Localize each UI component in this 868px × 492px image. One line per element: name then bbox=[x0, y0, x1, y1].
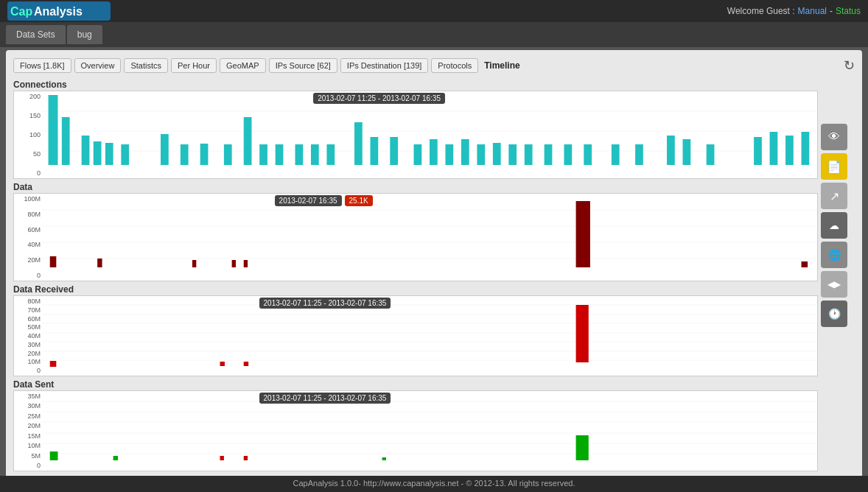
header-sep: - bbox=[830, 6, 833, 16]
data-received-title: Data Received bbox=[13, 284, 818, 295]
svg-rect-34 bbox=[564, 144, 572, 165]
footer-text: CapAnalysis 1.0.0- http://www.capanalysi… bbox=[293, 479, 575, 488]
ips-source-button[interactable]: IPs Source [62] bbox=[269, 58, 337, 73]
data-tooltip-date: 2013-02-07 16:35 bbox=[275, 195, 342, 206]
svg-rect-74 bbox=[113, 456, 118, 460]
per-hour-button[interactable]: Per Hour bbox=[171, 58, 217, 73]
data-sent-plot: 2013-02-07 11:25 - 2013-02-07 16:35 bbox=[42, 391, 817, 472]
data-sent-tooltip: 2013-02-07 11:25 - 2013-02-07 16:35 bbox=[259, 393, 391, 404]
charts-area: Connections 200 150 100 50 0 2013-02-07 … bbox=[13, 80, 818, 474]
svg-rect-35 bbox=[584, 144, 592, 165]
data-chart: 100M 80M 60M 40M 20M 0 2013-02-07 16:35 … bbox=[13, 193, 818, 281]
svg-rect-19 bbox=[295, 144, 304, 165]
svg-rect-28 bbox=[461, 139, 469, 165]
svg-rect-75 bbox=[220, 456, 224, 460]
data-sent-svg bbox=[42, 391, 817, 465]
statistics-button[interactable]: Statistcs bbox=[124, 58, 168, 73]
svg-rect-54 bbox=[576, 201, 590, 267]
cloud-icon-btn[interactable]: ☁ bbox=[821, 212, 847, 239]
refresh-button[interactable]: ↻ bbox=[844, 57, 855, 74]
manual-link[interactable]: Manual bbox=[798, 6, 827, 16]
svg-rect-55 bbox=[802, 261, 808, 267]
timeline-button[interactable]: Timeline bbox=[484, 60, 519, 71]
arrows-icon-btn[interactable]: ◀▶ bbox=[821, 271, 847, 298]
main-content: Flows [1.8K] Overview Statistcs Per Hour… bbox=[6, 50, 862, 485]
data-received-chart-section: Data Received 80M 70M 60M 50M 40M 30M 20… bbox=[13, 284, 818, 376]
data-chart-section: Data 100M 80M 60M 40M 20M 0 2013-02-07 bbox=[13, 182, 818, 281]
svg-rect-29 bbox=[477, 144, 485, 165]
data-sent-chart: 35M 30M 25M 20M 15M 10M 5M 0 2013-02-07 … bbox=[13, 390, 818, 471]
connections-chart-section: Connections 200 150 100 50 0 2013-02-07 … bbox=[13, 80, 818, 179]
data-received-plot: 2013-02-07 11:25 - 2013-02-07 16:35 bbox=[42, 296, 817, 377]
svg-rect-24 bbox=[390, 137, 398, 165]
view-icon-btn[interactable]: 👁 bbox=[821, 124, 847, 150]
globe-icon-btn[interactable]: 🌐 bbox=[821, 242, 847, 268]
ips-destination-button[interactable]: IPs Destination [139] bbox=[340, 58, 429, 73]
svg-rect-36 bbox=[612, 144, 620, 165]
data-plot: 2013-02-07 16:35 25.1K bbox=[42, 194, 817, 282]
right-icons-panel: 👁 📄 ↗ ☁ 🌐 ◀▶ 🕐 bbox=[821, 124, 847, 327]
svg-rect-44 bbox=[802, 132, 810, 165]
svg-rect-52 bbox=[232, 260, 236, 267]
svg-rect-6 bbox=[49, 95, 58, 165]
svg-rect-43 bbox=[785, 136, 794, 165]
svg-rect-73 bbox=[50, 451, 58, 460]
svg-rect-20 bbox=[311, 144, 319, 165]
svg-rect-7 bbox=[62, 117, 70, 165]
data-received-y-axis: 80M 70M 60M 50M 40M 30M 20M 10M 0 bbox=[14, 296, 42, 376]
svg-rect-17 bbox=[259, 144, 267, 165]
svg-rect-18 bbox=[276, 144, 284, 165]
connections-plot: 2013-02-07 11:25 - 2013-02-07 16:35 bbox=[42, 91, 817, 180]
svg-rect-32 bbox=[525, 144, 533, 165]
svg-rect-31 bbox=[508, 144, 517, 165]
svg-rect-37 bbox=[635, 144, 643, 165]
nav-tabs-bar: Data Sets bug bbox=[0, 22, 868, 47]
flows-button[interactable]: Flows [1.8K] bbox=[13, 58, 71, 73]
svg-rect-25 bbox=[414, 144, 422, 165]
svg-text:Analysis: Analysis bbox=[34, 5, 83, 18]
svg-rect-76 bbox=[244, 456, 248, 460]
status-link[interactable]: Status bbox=[836, 6, 861, 16]
connections-title: Connections bbox=[13, 80, 818, 90]
share-icon-btn[interactable]: ↗ bbox=[821, 183, 847, 209]
document-icon-btn[interactable]: 📄 bbox=[821, 153, 847, 180]
svg-text:Cap: Cap bbox=[10, 5, 32, 18]
protocols-button[interactable]: Protocols bbox=[431, 58, 478, 73]
data-sent-y-axis: 35M 30M 25M 20M 15M 10M 5M 0 bbox=[14, 391, 42, 471]
nav-tab-bug[interactable]: bug bbox=[67, 25, 102, 44]
footer: CapAnalysis 1.0.0- http://www.capanalysi… bbox=[0, 476, 868, 492]
svg-rect-15 bbox=[224, 144, 232, 165]
clock-icon-btn[interactable]: 🕐 bbox=[821, 301, 847, 327]
svg-rect-53 bbox=[244, 260, 248, 267]
svg-rect-30 bbox=[493, 143, 501, 165]
geomap-button[interactable]: GeoMAP bbox=[220, 58, 266, 73]
svg-rect-33 bbox=[545, 144, 553, 165]
svg-rect-65 bbox=[244, 362, 248, 366]
svg-rect-21 bbox=[326, 144, 335, 165]
svg-rect-27 bbox=[445, 144, 453, 165]
svg-rect-9 bbox=[94, 141, 102, 165]
connections-chart: 200 150 100 50 0 2013-02-07 11:25 - 2013… bbox=[13, 91, 818, 179]
data-received-tooltip: 2013-02-07 11:25 - 2013-02-07 16:35 bbox=[259, 298, 391, 309]
app-header: Cap Analysis Welcome Guest : Manual - St… bbox=[0, 0, 868, 22]
connections-tooltip: 2013-02-07 11:25 - 2013-02-07 16:35 bbox=[313, 93, 445, 104]
data-svg bbox=[42, 194, 817, 275]
svg-rect-78 bbox=[576, 435, 589, 460]
overview-button[interactable]: Overview bbox=[74, 58, 122, 73]
svg-rect-50 bbox=[97, 259, 102, 267]
app-logo: Cap Analysis bbox=[7, 1, 111, 21]
svg-rect-39 bbox=[683, 139, 691, 165]
svg-rect-51 bbox=[192, 260, 196, 267]
data-received-svg bbox=[42, 296, 817, 370]
data-sent-chart-section: Data Sent 35M 30M 25M 20M 15M 10M 5M 0 2… bbox=[13, 379, 818, 471]
svg-rect-64 bbox=[220, 362, 225, 366]
nav-tab-datasets[interactable]: Data Sets bbox=[6, 25, 66, 44]
svg-rect-42 bbox=[770, 132, 778, 165]
data-title: Data bbox=[13, 182, 818, 192]
svg-rect-66 bbox=[576, 305, 589, 362]
connections-y-axis: 200 150 100 50 0 bbox=[14, 91, 42, 178]
svg-rect-8 bbox=[82, 136, 90, 165]
header-right: Welcome Guest : Manual - Status bbox=[727, 6, 861, 16]
svg-rect-11 bbox=[121, 144, 129, 165]
svg-rect-12 bbox=[161, 134, 169, 165]
